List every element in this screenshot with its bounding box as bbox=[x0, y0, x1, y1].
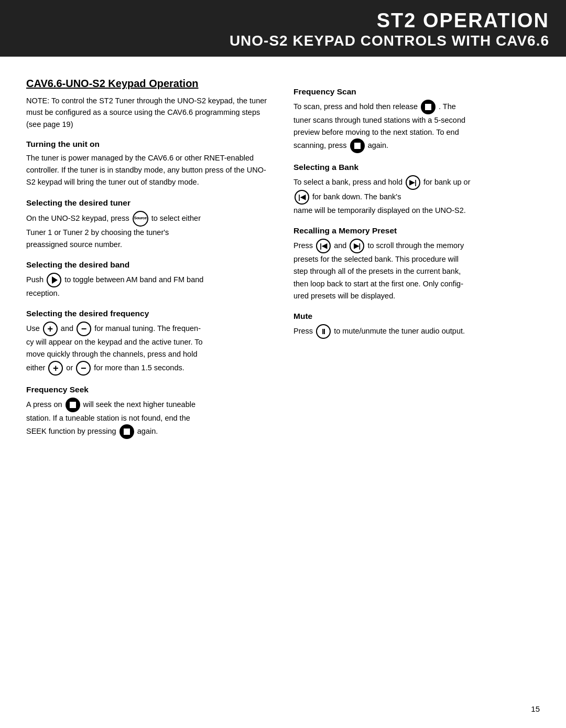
subsection-title-mute: Mute bbox=[293, 312, 540, 321]
subsection-title-memory-preset: Recalling a Memory Preset bbox=[293, 226, 540, 235]
text-seek-5: again. bbox=[137, 427, 158, 435]
text-scan-5: scanning, press bbox=[293, 141, 349, 149]
text-desired-tuner-3: Tuner 1 or Tuner 2 by choosing the tuner… bbox=[26, 228, 169, 237]
text-preset-1: Press bbox=[293, 241, 315, 250]
subsection-title-desired-band: Selecting the desired band bbox=[26, 260, 273, 270]
header-title-line2: UNO-S2 KEYPAD CONTROLS WITH CAV6.6 bbox=[17, 33, 549, 49]
subsection-title-freq-seek: Frequency Seek bbox=[26, 385, 273, 394]
text-band-2: to toggle between AM band and FM band bbox=[64, 275, 203, 284]
text-seek-3: station. If a tuneable station is not fo… bbox=[26, 414, 190, 422]
note-text: NOTE: To control the ST2 Tuner through t… bbox=[26, 95, 273, 130]
text-freq-4: cy will appear on the keypad and the act… bbox=[26, 338, 203, 346]
header-title-line1: ST2 OPERATION bbox=[17, 9, 549, 33]
text-desired-tuner-2: to select either bbox=[151, 213, 201, 222]
subsection-title-bank: Selecting a Bank bbox=[293, 163, 540, 172]
play-right-icon bbox=[47, 273, 61, 287]
text-freq-5: move quickly through the channels, press… bbox=[26, 350, 197, 358]
text-scan-3: tuner scans through tuned stations with … bbox=[293, 116, 465, 124]
body-frequency-seek: A press on will seek the next higher tun… bbox=[26, 398, 273, 439]
minus-icon: − bbox=[77, 322, 91, 336]
pause-icon: II bbox=[316, 324, 331, 339]
plus-icon-2: + bbox=[48, 361, 63, 376]
source-icon: Source bbox=[133, 211, 148, 227]
text-scan-1: To scan, press and hold then release bbox=[293, 102, 420, 111]
text-bank-2: for bank up or bbox=[423, 178, 470, 186]
text-seek-4: SEEK function by pressing bbox=[26, 427, 118, 435]
subsection-frequency-seek: Frequency Seek A press on will seek the … bbox=[26, 385, 273, 439]
subsection-mute: Mute Press II to mute/unmute the tuner a… bbox=[293, 312, 540, 339]
subsection-desired-frequency: Selecting the desired frequency Use + an… bbox=[26, 309, 273, 375]
text-band-1: Push bbox=[26, 275, 46, 284]
text-freq-2: and bbox=[61, 324, 75, 333]
text-preset-5: then loop back to start at the first one… bbox=[293, 280, 463, 288]
text-scan-6: again. bbox=[368, 141, 389, 149]
stop-icon-scan bbox=[421, 100, 436, 114]
body-desired-frequency: Use + and − for manual tuning. The frequ… bbox=[26, 322, 273, 375]
text-desired-tuner-4: preassigned source number. bbox=[26, 240, 122, 249]
text-preset-4: step through all of the presets in the c… bbox=[293, 267, 461, 275]
text-freq-3: for manual tuning. The frequen- bbox=[94, 324, 201, 333]
subsection-desired-band: Selecting the desired band Push to toggl… bbox=[26, 260, 273, 299]
subsection-selecting-bank: Selecting a Bank To select a bank, press… bbox=[293, 163, 540, 217]
text-mute-1: Press bbox=[293, 327, 315, 335]
text-freq-6: either bbox=[26, 363, 47, 371]
subsection-turning-on: Turning the unit on The tuner is power m… bbox=[26, 140, 273, 189]
body-memory-preset: Press |◀ and ▶| to scroll through the me… bbox=[293, 239, 540, 302]
section-header: CAV6.6-UNO-S2 Keypad Operation NOTE: To … bbox=[26, 78, 273, 130]
subsection-title-freq-scan: Frequency Scan bbox=[293, 87, 540, 97]
text-freq-7: for more than 1.5 seconds. bbox=[94, 363, 184, 371]
body-desired-band: Push to toggle between AM band and FM ba… bbox=[26, 273, 273, 299]
stop-icon-seek bbox=[66, 398, 80, 412]
text-mute-2: to mute/unmute the tuner audio output. bbox=[334, 327, 465, 335]
subsection-memory-preset: Recalling a Memory Preset Press |◀ and ▶… bbox=[293, 226, 540, 302]
subsection-desired-tuner: Selecting the desired tuner On the UNO-S… bbox=[26, 198, 273, 251]
text-seek-2: will seek the next higher tuneable bbox=[83, 400, 195, 408]
stop-icon-seek2 bbox=[119, 424, 134, 439]
right-column: Frequency Scan To scan, press and hold t… bbox=[293, 78, 540, 441]
subsection-frequency-scan: Frequency Scan To scan, press and hold t… bbox=[293, 87, 540, 153]
section-title: CAV6.6-UNO-S2 Keypad Operation bbox=[26, 78, 273, 90]
stop-icon-scan2 bbox=[350, 138, 365, 153]
skip-fwd-icon-preset: ▶| bbox=[350, 239, 364, 253]
left-column: CAV6.6-UNO-S2 Keypad Operation NOTE: To … bbox=[26, 78, 273, 441]
text-preset-6: ured presets will be displayed. bbox=[293, 292, 395, 300]
text-preset-3: presets for the selected bank. This proc… bbox=[293, 255, 459, 263]
text-preset-and: and bbox=[334, 241, 349, 250]
text-scan-4: preview before moving to the next statio… bbox=[293, 128, 459, 136]
page-header: ST2 OPERATION UNO-S2 KEYPAD CONTROLS WIT… bbox=[0, 0, 566, 57]
body-turning-on: The tuner is power managed by the CAV6.6… bbox=[26, 152, 273, 189]
text-band-3: reception. bbox=[26, 289, 60, 297]
subsection-title-desired-tuner: Selecting the desired tuner bbox=[26, 198, 273, 208]
text-scan-2: . The bbox=[439, 102, 456, 111]
text-preset-2: to scroll through the memory bbox=[367, 241, 464, 250]
skip-back-icon-preset: |◀ bbox=[316, 239, 331, 253]
text-desired-tuner-1: On the UNO-S2 keypad, press bbox=[26, 213, 132, 222]
body-selecting-bank: To select a bank, press and hold ▶| for … bbox=[293, 175, 540, 217]
subsection-title-desired-freq: Selecting the desired frequency bbox=[26, 309, 273, 318]
minus-icon-2: − bbox=[76, 361, 91, 376]
text-bank-4: name will be temporarily displayed on th… bbox=[293, 206, 466, 215]
text-freq-or: or bbox=[66, 363, 75, 371]
page-number: 15 bbox=[531, 704, 540, 713]
text-bank-3: for bank down. The bank's bbox=[312, 192, 401, 201]
skip-fwd-icon: ▶| bbox=[406, 175, 420, 190]
skip-back-icon: |◀ bbox=[295, 190, 309, 205]
body-mute: Press II to mute/unmute the tuner audio … bbox=[293, 324, 540, 339]
body-desired-tuner: On the UNO-S2 keypad, press Source to se… bbox=[26, 211, 273, 251]
text-freq-1: Use bbox=[26, 324, 42, 333]
main-content: CAV6.6-UNO-S2 Keypad Operation NOTE: To … bbox=[0, 57, 566, 462]
subsection-title-turning-on: Turning the unit on bbox=[26, 140, 273, 149]
text-bank-1: To select a bank, press and hold bbox=[293, 178, 405, 186]
text-seek-1: A press on bbox=[26, 400, 64, 408]
body-frequency-scan: To scan, press and hold then release . T… bbox=[293, 100, 540, 153]
plus-icon: + bbox=[43, 322, 58, 336]
